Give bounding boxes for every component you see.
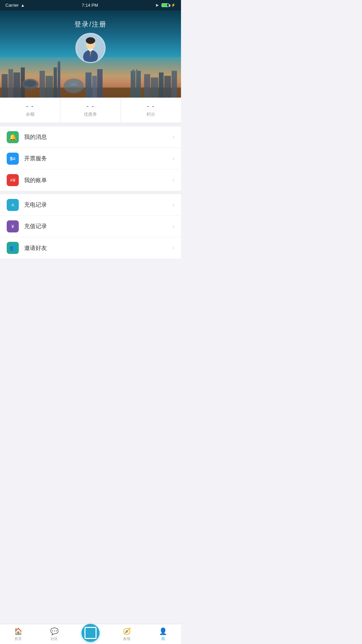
menu-item-invoice[interactable]: $≡ 开票服务 › xyxy=(0,148,181,169)
menu-section-2: ≡ 充电记录 › ¥ 充值记录 › 👥 邀请好友 › xyxy=(0,194,181,259)
battery-icon xyxy=(162,3,169,7)
invite-icon: 👥 xyxy=(7,242,19,254)
svg-rect-33 xyxy=(0,57,181,98)
topup-chevron: › xyxy=(173,223,174,229)
stat-points[interactable]: - - 积分 xyxy=(121,98,181,123)
bill-chevron: › xyxy=(173,177,174,183)
time-label: 7:14 PM xyxy=(82,3,98,8)
status-left: Carrier ▲ xyxy=(5,3,25,8)
invoice-chevron: › xyxy=(173,156,174,162)
charge-label: 充电记录 xyxy=(24,201,173,209)
invoice-icon: $≡ xyxy=(7,153,19,165)
bolt-icon: ⚡ xyxy=(171,3,176,7)
section-gap-1 xyxy=(0,123,181,126)
carrier-label: Carrier xyxy=(5,3,19,8)
topup-label: 充值记录 xyxy=(24,222,173,230)
coupon-value: - - xyxy=(86,103,94,110)
header-title[interactable]: 登录/注册 xyxy=(74,20,107,29)
header-banner[interactable]: 登录/注册 xyxy=(0,10,181,98)
message-icon: 🔔 xyxy=(7,131,19,143)
charge-icon: ≡ xyxy=(7,199,19,211)
menu-item-bill[interactable]: ≡¥ 我的账单 › xyxy=(0,169,181,191)
stat-balance[interactable]: - - 余额 xyxy=(0,98,60,123)
invoice-label: 开票服务 xyxy=(24,155,173,162)
balance-label: 余额 xyxy=(26,111,35,117)
status-right: ➤ ⚡ xyxy=(155,3,176,8)
points-value: - - xyxy=(147,103,155,110)
menu-item-invite[interactable]: 👥 邀请好友 › xyxy=(0,237,181,259)
invite-chevron: › xyxy=(173,245,174,251)
message-label: 我的消息 xyxy=(24,133,173,141)
bill-icon: ≡¥ xyxy=(7,174,19,186)
skyline xyxy=(0,57,181,98)
section-gap-2 xyxy=(0,191,181,194)
location-icon: ➤ xyxy=(155,3,159,8)
avatar[interactable] xyxy=(75,33,106,63)
topup-icon: ¥ xyxy=(7,220,19,232)
message-chevron: › xyxy=(173,134,174,140)
points-label: 积分 xyxy=(146,111,155,117)
coupon-label: 优惠券 xyxy=(84,111,97,117)
charge-chevron: › xyxy=(173,202,174,208)
invite-label: 邀请好友 xyxy=(24,244,173,252)
menu-item-topup[interactable]: ¥ 充值记录 › xyxy=(0,216,181,237)
balance-value: - - xyxy=(26,103,34,110)
menu-item-charge[interactable]: ≡ 充电记录 › xyxy=(0,194,181,216)
bill-label: 我的账单 xyxy=(24,176,173,184)
stat-coupon[interactable]: - - 优惠券 xyxy=(60,98,121,123)
wifi-icon: ▲ xyxy=(21,3,25,8)
svg-point-2 xyxy=(86,37,95,44)
status-bar: Carrier ▲ 7:14 PM ➤ ⚡ xyxy=(0,0,181,10)
stats-row: - - 余额 - - 优惠券 - - 积分 xyxy=(0,98,181,123)
menu-section-1: 🔔 我的消息 › $≡ 开票服务 › ≡¥ 我的账单 › xyxy=(0,126,181,191)
menu-item-message[interactable]: 🔔 我的消息 › xyxy=(0,126,181,148)
